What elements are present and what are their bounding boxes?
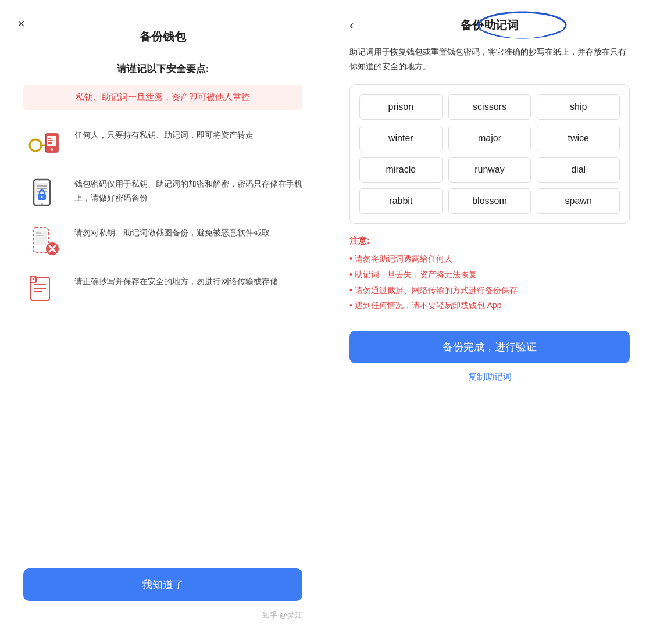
feature-list: 任何人，只要持有私钥、助记词，即可将资产转走 钱包密码仅用于私钥、助记词 [23,126,302,551]
svg-point-31 [479,12,566,38]
feature-item-3: 请勿对私钥、助记词做截图备份，避免被恶意软件截取 [23,224,302,259]
svg-rect-21 [36,235,43,236]
doc-save-icon [23,273,64,307]
phone-lock-icon [23,175,64,210]
feature-item-1: 任何人，只要持有私钥、助记词，即可将资产转走 [23,126,302,161]
mnemonic-word-5: major [448,126,531,151]
feature-text-1: 任何人，只要持有私钥、助记词，即可将资产转走 [74,126,254,142]
svg-rect-27 [31,280,35,282]
svg-point-16 [41,196,42,198]
mnemonic-word-11: blossom [448,188,531,214]
svg-rect-7 [48,140,53,141]
warning-banner: 私钥、助记词一旦泄露，资产即可被他人掌控 [23,85,302,110]
svg-rect-14 [37,191,47,192]
svg-rect-6 [48,138,51,139]
close-button[interactable]: × [17,17,25,30]
mnemonic-word-10: rabbit [359,188,443,214]
feature-item-4: 请正确抄写并保存在安全的地方，勿进行网络传输或存储 [23,273,302,307]
left-title: 备份钱包 [23,29,302,45]
warning-text: 私钥、助记词一旦泄露，资产即可被他人掌控 [33,92,293,103]
right-header: ‹ 备份助记词 [349,17,630,33]
mnemonic-word-4: winter [359,126,443,151]
svg-rect-8 [48,142,52,144]
note-item-1: • 请勿将助记词透露给任何人 [349,251,630,267]
key-phone-icon [23,126,64,161]
left-subtitle: 请谨记以下安全要点: [23,62,302,76]
svg-rect-20 [36,232,41,234]
notes-title: 注意: [349,235,630,246]
mnemonic-word-8: runway [448,157,531,183]
feature-item-2: 钱包密码仅用于私钥、助记词的加密和解密，密码只存储在手机上，请做好密码备份 [23,175,302,210]
svg-point-0 [30,139,41,151]
mnemonic-word-6: twice [537,126,620,151]
feature-text-3: 请勿对私钥、助记词做截图备份，避免被恶意软件截取 [74,224,270,240]
svg-point-17 [41,203,43,205]
svg-point-9 [51,148,53,151]
feature-text-4: 请正确抄写并保存在安全的地方，勿进行网络传输或存储 [74,273,278,289]
note-item-2: • 助记词一旦丢失，资产将无法恢复 [349,267,630,282]
confirm-button[interactable]: 我知道了 [23,568,302,601]
note-item-4: • 遇到任何情况，请不要轻易卸载钱包 App [349,298,630,313]
mnemonic-word-3: ship [537,94,620,120]
screenshot-ban-icon [23,224,64,259]
backup-verify-button[interactable]: 备份完成，进行验证 [349,331,630,363]
mnemonic-word-7: miracle [359,157,443,183]
feature-text-2: 钱包密码仅用于私钥、助记词的加密和解密，密码只存储在手机上，请做好密码备份 [74,175,302,205]
right-panel: ‹ 备份助记词 助记词用于恢复钱包或重置钱包密码，将它准确的抄写在纸上，并存放在… [326,0,653,644]
mnemonic-word-9: dial [537,157,620,183]
copy-mnemonic-link[interactable]: 复制助记词 [349,371,630,382]
watermark: 知乎 @梦江 [23,610,302,621]
svg-rect-13 [37,188,47,189]
description-text: 助记词用于恢复钱包或重置钱包密码，将它准确的抄写在纸上，并存放在只有你知道的安全… [349,45,630,74]
notes-section: 注意: • 请勿将助记词透露给任何人• 助记词一旦丢失，资产将无法恢复• 请勿通… [349,235,630,313]
note-item-3: • 请勿通过截屏、网络传输的方式进行备份保存 [349,282,630,298]
left-panel: × 备份钱包 请谨记以下安全要点: 私钥、助记词一旦泄露，资产即可被他人掌控 [0,0,326,644]
notes-list: • 请勿将助记词透露给任何人• 助记词一旦丢失，资产将无法恢复• 请勿通过截屏、… [349,251,630,313]
title-circle-annotation [476,5,569,40]
svg-rect-12 [37,185,47,187]
mnemonic-word-2: scissors [448,94,531,120]
mnemonic-word-12: spawn [537,188,620,214]
mnemonic-word-1: prison [359,94,443,120]
mnemonic-grid: prisonscissorsshipwintermajortwicemiracl… [349,84,630,224]
